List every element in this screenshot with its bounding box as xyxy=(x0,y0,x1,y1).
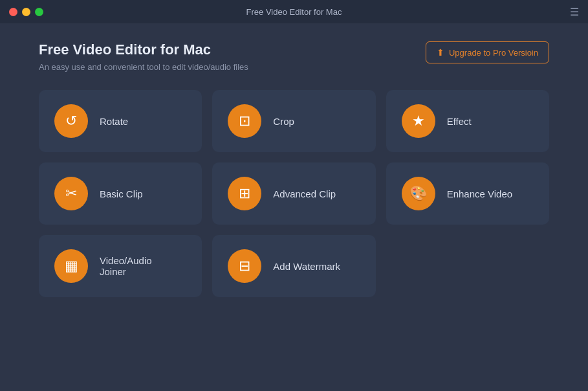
upgrade-icon: ⬆ xyxy=(437,47,444,58)
crop-label: Crop xyxy=(273,116,294,127)
tool-grid-last: ▦Video/Audio Joiner⊟Add Watermark xyxy=(39,235,549,297)
app-subtitle: An easy use and convenient tool to edit … xyxy=(39,62,248,72)
effect-label: Effect xyxy=(447,116,472,127)
video-audio-joiner-label: Video/Audio Joiner xyxy=(100,255,152,277)
basic-clip-label: Basic Clip xyxy=(100,188,143,199)
tool-card-video-audio-joiner[interactable]: ▦Video/Audio Joiner xyxy=(39,235,202,297)
main-content: Free Video Editor for Mac An easy use an… xyxy=(0,23,588,310)
app-info: Free Video Editor for Mac An easy use an… xyxy=(39,41,248,72)
tool-card-basic-clip[interactable]: ✂Basic Clip xyxy=(39,162,202,225)
upgrade-label: Upgrade to Pro Versioin xyxy=(449,48,538,58)
tool-card-enhance-video[interactable]: 🎨Enhance Video xyxy=(386,162,549,225)
add-watermark-label: Add Watermark xyxy=(273,261,340,272)
maximize-button[interactable] xyxy=(35,8,43,16)
close-button[interactable] xyxy=(9,8,17,16)
advanced-clip-label: Advanced Clip xyxy=(273,188,336,199)
tool-grid: ↺Rotate⊡Crop★Effect✂Basic Clip⊞Advanced … xyxy=(39,90,549,225)
tool-card-crop[interactable]: ⊡Crop xyxy=(212,90,375,152)
tool-card-add-watermark[interactable]: ⊟Add Watermark xyxy=(212,235,375,297)
enhance-video-icon: 🎨 xyxy=(402,177,435,210)
video-audio-joiner-icon: ▦ xyxy=(54,249,88,283)
rotate-label: Rotate xyxy=(100,116,128,127)
upgrade-button[interactable]: ⬆ Upgrade to Pro Versioin xyxy=(426,41,549,63)
window-title: Free Video Editor for Mac xyxy=(246,7,342,17)
traffic-lights xyxy=(9,8,43,16)
tool-card-effect[interactable]: ★Effect xyxy=(386,90,549,152)
crop-icon: ⊡ xyxy=(228,104,261,138)
menu-icon[interactable]: ☰ xyxy=(570,6,579,18)
add-watermark-icon: ⊟ xyxy=(228,249,261,283)
tool-card-rotate[interactable]: ↺Rotate xyxy=(39,90,202,152)
effect-icon: ★ xyxy=(402,104,435,138)
minimize-button[interactable] xyxy=(22,8,30,16)
basic-clip-icon: ✂ xyxy=(54,177,88,210)
tool-card-advanced-clip[interactable]: ⊞Advanced Clip xyxy=(212,162,375,225)
advanced-clip-icon: ⊞ xyxy=(228,177,261,210)
header-row: Free Video Editor for Mac An easy use an… xyxy=(39,41,549,72)
enhance-video-label: Enhance Video xyxy=(447,188,512,199)
rotate-icon: ↺ xyxy=(54,104,88,138)
empty-placeholder xyxy=(386,235,549,297)
titlebar: Free Video Editor for Mac ☰ xyxy=(0,0,588,23)
app-title: Free Video Editor for Mac xyxy=(39,41,248,58)
